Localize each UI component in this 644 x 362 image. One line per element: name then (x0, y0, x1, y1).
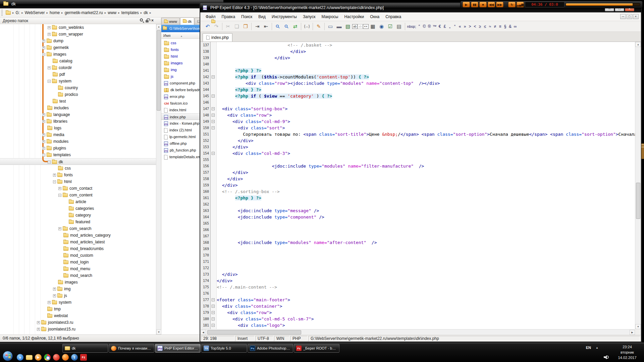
show-hidden-icons[interactable]: ▲ (596, 346, 598, 349)
expand-toggle-icon[interactable]: − (53, 180, 56, 183)
textfield-icon[interactable]: ab (352, 24, 358, 29)
folder-icon[interactable] (26, 355, 33, 360)
special-char-button[interactable]: & (507, 23, 513, 30)
special-char-button[interactable]: ® (427, 23, 432, 30)
breadcrumb-item[interactable]: www (106, 10, 118, 16)
form-window-icon[interactable]: ▭ (326, 22, 334, 31)
volume-icon[interactable] (604, 355, 609, 359)
tree-item-com_weblinks[interactable]: +com_weblinks (0, 24, 156, 31)
tree-item-html[interactable]: −html (0, 178, 156, 185)
special-char-button[interactable]: © (422, 23, 427, 30)
tree-item-article[interactable]: article (0, 198, 156, 205)
fold-collapse-icon[interactable]: − (212, 114, 215, 117)
search-icon[interactable] (140, 18, 143, 21)
tree-item-joomlatest3.ru[interactable]: +joomlatest3.ru (0, 319, 156, 326)
taskbar-button-photoshop[interactable]: PsAdobe Photoshop C... (248, 344, 293, 353)
tree-item-pdf[interactable]: pdf (0, 71, 156, 78)
table-icon[interactable]: ▦ (369, 22, 377, 31)
replace-ab-icon[interactable]: ⇄ (291, 22, 299, 31)
highlighter-pencil-icon[interactable]: ✎ (315, 22, 323, 31)
undo-icon[interactable]: ↶ (204, 22, 212, 31)
tree-item-css[interactable]: css (0, 165, 156, 172)
tree-item-prodico[interactable]: prodico (0, 91, 156, 98)
special-char-button[interactable]: ≥ (477, 23, 482, 30)
fold-collapse-icon[interactable]: − (212, 120, 215, 123)
language-indicator[interactable]: EN (586, 346, 591, 350)
password-field-icon[interactable]: ×× (363, 24, 369, 29)
record-play-icon[interactable]: ▶ (463, 2, 470, 7)
textfield-disabled-icon[interactable]: ab (358, 24, 363, 29)
menu-Файл[interactable]: Файл (203, 13, 219, 20)
thunderbird-icon[interactable]: t (71, 354, 78, 361)
scroll-up-icon[interactable]: ▲ (635, 42, 641, 47)
breadcrumb-item[interactable]: home (48, 10, 61, 16)
expand-toggle-icon[interactable]: + (42, 147, 45, 150)
taskbar-button-topstyle[interactable]: TSTopStyle 5.0 (201, 344, 247, 353)
scrollbar-thumb[interactable] (207, 330, 301, 335)
tree-item-plugins[interactable]: +plugins (0, 145, 156, 152)
special-char-button[interactable]: § (502, 23, 507, 30)
special-char-button[interactable]: £ (442, 23, 447, 30)
tree-item-catalog[interactable]: catalog (0, 58, 156, 64)
tree-item-system[interactable]: +system (0, 299, 156, 306)
breadcrumb-item[interactable]: germetik-market22.ru (63, 10, 104, 16)
expand-toggle-icon[interactable]: + (42, 40, 45, 43)
special-char-button[interactable]: » (462, 23, 467, 30)
record-rewind-icon[interactable]: ◀◀ (488, 2, 495, 7)
fold-collapse-icon[interactable]: − (212, 305, 215, 308)
breadcrumb-item[interactable]: WebServer (23, 10, 46, 16)
tree-item-images[interactable]: images (0, 279, 156, 286)
taskbar-button-folder[interactable]: dk (62, 344, 108, 353)
tree-item-webstat[interactable]: webstat (0, 312, 156, 319)
tree-item-mod_custom[interactable]: mod_custom (0, 252, 156, 259)
scroll-down-icon[interactable]: ▼ (635, 324, 641, 329)
tree-item-categories[interactable]: categories (0, 205, 156, 212)
special-char-button[interactable]: ™ (432, 23, 437, 30)
filezilla-icon[interactable]: Fz (80, 354, 87, 361)
scroll-right-icon[interactable]: ▶ (630, 330, 635, 335)
tree-item-mod_login[interactable]: mod_login (0, 259, 156, 265)
code-editor[interactable]: 137 <!-- /.basket -->138 </div>139 </div… (201, 42, 635, 329)
tree-item-mod_articles_category[interactable]: mod_articles_category (0, 232, 156, 239)
ie-icon[interactable]: e (17, 354, 23, 361)
fold-collapse-icon[interactable]: − (212, 95, 215, 98)
special-char-button[interactable]: „ (447, 23, 452, 30)
scroll-up-icon[interactable]: ▲ (156, 24, 161, 29)
image-control-icon[interactable]: ▧ (344, 22, 352, 31)
tree-item-com_content[interactable]: −com_content (0, 192, 156, 198)
menu-Инструменты[interactable]: Инструменты (269, 13, 300, 20)
outdent-icon[interactable]: ⇤ (262, 22, 270, 31)
fold-collapse-icon[interactable]: − (212, 311, 215, 314)
menu-Вид[interactable]: Вид (255, 13, 269, 20)
expand-toggle-icon[interactable]: − (48, 80, 51, 83)
fold-collapse-icon[interactable]: − (212, 324, 215, 327)
expand-toggle-icon[interactable]: + (58, 187, 61, 190)
special-char-button[interactable]: ≡ (497, 23, 502, 30)
scroll-down-icon[interactable]: ▼ (156, 329, 161, 335)
expand-toggle-icon[interactable]: + (42, 140, 45, 143)
tree-item-logs[interactable]: logs (0, 125, 156, 131)
find-replace-icon[interactable]: ⚲ (281, 21, 292, 32)
expand-toggle-icon[interactable]: + (37, 328, 40, 331)
special-char-button[interactable]: « (457, 23, 462, 30)
wmp-icon[interactable]: ▶ (35, 354, 42, 361)
listbox-icon[interactable]: ▤ (395, 22, 403, 31)
special-char-button[interactable]: < (472, 23, 477, 30)
fold-collapse-icon[interactable]: − (212, 152, 215, 155)
mdi-minimize-icon[interactable]: ─ (620, 14, 626, 19)
tree-item-dump[interactable]: +dump (0, 38, 156, 44)
special-char-button[interactable]: nbsp; (407, 23, 417, 30)
expand-toggle-icon[interactable]: + (48, 33, 51, 36)
tree-scrollbar[interactable]: ▲ ▼ (156, 24, 161, 335)
special-char-button[interactable]: > (467, 23, 472, 30)
fold-collapse-icon[interactable]: − (212, 75, 215, 78)
tree-item-joomlatest15.ru[interactable]: +joomlatest15.ru (0, 326, 156, 333)
tree-item-libraries[interactable]: +libraries (0, 118, 156, 125)
scroll-left-icon[interactable]: ◀ (201, 330, 206, 335)
mdi-close-icon[interactable]: × (633, 14, 639, 19)
fold-collapse-icon[interactable]: − (212, 298, 215, 301)
menu-Справка[interactable]: Справка (382, 13, 404, 20)
tree-item-tmp[interactable]: tmp (0, 306, 156, 312)
recorder-progress-bar[interactable] (566, 3, 640, 6)
tree-item-com_search[interactable]: +com_search (0, 225, 156, 232)
